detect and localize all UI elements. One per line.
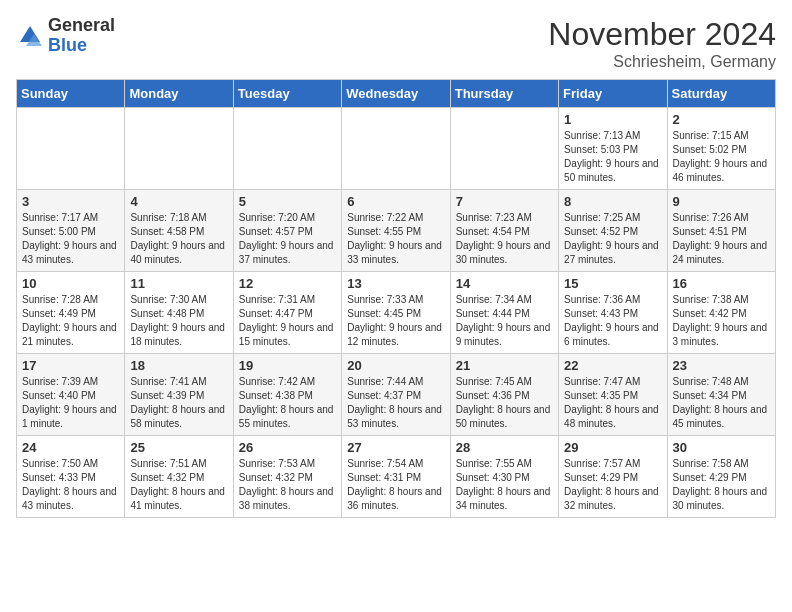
day-number: 3 bbox=[22, 194, 119, 209]
day-info: Sunrise: 7:28 AM Sunset: 4:49 PM Dayligh… bbox=[22, 293, 119, 349]
day-number: 6 bbox=[347, 194, 444, 209]
calendar-cell: 29Sunrise: 7:57 AM Sunset: 4:29 PM Dayli… bbox=[559, 436, 667, 518]
day-info: Sunrise: 7:45 AM Sunset: 4:36 PM Dayligh… bbox=[456, 375, 553, 431]
calendar-cell: 8Sunrise: 7:25 AM Sunset: 4:52 PM Daylig… bbox=[559, 190, 667, 272]
day-info: Sunrise: 7:58 AM Sunset: 4:29 PM Dayligh… bbox=[673, 457, 770, 513]
calendar-cell: 18Sunrise: 7:41 AM Sunset: 4:39 PM Dayli… bbox=[125, 354, 233, 436]
day-info: Sunrise: 7:25 AM Sunset: 4:52 PM Dayligh… bbox=[564, 211, 661, 267]
day-number: 11 bbox=[130, 276, 227, 291]
day-number: 23 bbox=[673, 358, 770, 373]
day-number: 17 bbox=[22, 358, 119, 373]
day-number: 4 bbox=[130, 194, 227, 209]
calendar-week-4: 17Sunrise: 7:39 AM Sunset: 4:40 PM Dayli… bbox=[17, 354, 776, 436]
page-header: General Blue November 2024 Schriesheim, … bbox=[16, 16, 776, 71]
calendar-cell: 12Sunrise: 7:31 AM Sunset: 4:47 PM Dayli… bbox=[233, 272, 341, 354]
day-number: 20 bbox=[347, 358, 444, 373]
calendar-cell: 11Sunrise: 7:30 AM Sunset: 4:48 PM Dayli… bbox=[125, 272, 233, 354]
day-number: 27 bbox=[347, 440, 444, 455]
logo: General Blue bbox=[16, 16, 115, 56]
calendar-cell: 13Sunrise: 7:33 AM Sunset: 4:45 PM Dayli… bbox=[342, 272, 450, 354]
calendar-week-1: 1Sunrise: 7:13 AM Sunset: 5:03 PM Daylig… bbox=[17, 108, 776, 190]
day-info: Sunrise: 7:26 AM Sunset: 4:51 PM Dayligh… bbox=[673, 211, 770, 267]
calendar-cell: 7Sunrise: 7:23 AM Sunset: 4:54 PM Daylig… bbox=[450, 190, 558, 272]
weekday-header-thursday: Thursday bbox=[450, 80, 558, 108]
day-info: Sunrise: 7:51 AM Sunset: 4:32 PM Dayligh… bbox=[130, 457, 227, 513]
day-number: 15 bbox=[564, 276, 661, 291]
calendar-cell: 1Sunrise: 7:13 AM Sunset: 5:03 PM Daylig… bbox=[559, 108, 667, 190]
calendar-cell: 30Sunrise: 7:58 AM Sunset: 4:29 PM Dayli… bbox=[667, 436, 775, 518]
calendar-cell: 16Sunrise: 7:38 AM Sunset: 4:42 PM Dayli… bbox=[667, 272, 775, 354]
calendar-cell: 15Sunrise: 7:36 AM Sunset: 4:43 PM Dayli… bbox=[559, 272, 667, 354]
day-info: Sunrise: 7:50 AM Sunset: 4:33 PM Dayligh… bbox=[22, 457, 119, 513]
calendar-cell bbox=[450, 108, 558, 190]
calendar-cell: 17Sunrise: 7:39 AM Sunset: 4:40 PM Dayli… bbox=[17, 354, 125, 436]
calendar-table: SundayMondayTuesdayWednesdayThursdayFrid… bbox=[16, 79, 776, 518]
day-number: 30 bbox=[673, 440, 770, 455]
weekday-header-wednesday: Wednesday bbox=[342, 80, 450, 108]
day-info: Sunrise: 7:33 AM Sunset: 4:45 PM Dayligh… bbox=[347, 293, 444, 349]
logo-general: General bbox=[48, 16, 115, 36]
day-number: 7 bbox=[456, 194, 553, 209]
calendar-cell: 20Sunrise: 7:44 AM Sunset: 4:37 PM Dayli… bbox=[342, 354, 450, 436]
logo-text: General Blue bbox=[48, 16, 115, 56]
day-info: Sunrise: 7:18 AM Sunset: 4:58 PM Dayligh… bbox=[130, 211, 227, 267]
calendar-cell: 26Sunrise: 7:53 AM Sunset: 4:32 PM Dayli… bbox=[233, 436, 341, 518]
day-number: 26 bbox=[239, 440, 336, 455]
calendar-cell bbox=[17, 108, 125, 190]
day-info: Sunrise: 7:44 AM Sunset: 4:37 PM Dayligh… bbox=[347, 375, 444, 431]
day-number: 10 bbox=[22, 276, 119, 291]
day-info: Sunrise: 7:30 AM Sunset: 4:48 PM Dayligh… bbox=[130, 293, 227, 349]
day-number: 19 bbox=[239, 358, 336, 373]
calendar-cell: 27Sunrise: 7:54 AM Sunset: 4:31 PM Dayli… bbox=[342, 436, 450, 518]
day-info: Sunrise: 7:53 AM Sunset: 4:32 PM Dayligh… bbox=[239, 457, 336, 513]
weekday-header-monday: Monday bbox=[125, 80, 233, 108]
day-info: Sunrise: 7:39 AM Sunset: 4:40 PM Dayligh… bbox=[22, 375, 119, 431]
day-number: 12 bbox=[239, 276, 336, 291]
day-info: Sunrise: 7:55 AM Sunset: 4:30 PM Dayligh… bbox=[456, 457, 553, 513]
day-info: Sunrise: 7:17 AM Sunset: 5:00 PM Dayligh… bbox=[22, 211, 119, 267]
day-info: Sunrise: 7:31 AM Sunset: 4:47 PM Dayligh… bbox=[239, 293, 336, 349]
day-number: 14 bbox=[456, 276, 553, 291]
day-info: Sunrise: 7:15 AM Sunset: 5:02 PM Dayligh… bbox=[673, 129, 770, 185]
calendar-cell: 10Sunrise: 7:28 AM Sunset: 4:49 PM Dayli… bbox=[17, 272, 125, 354]
day-info: Sunrise: 7:38 AM Sunset: 4:42 PM Dayligh… bbox=[673, 293, 770, 349]
weekday-header-friday: Friday bbox=[559, 80, 667, 108]
day-number: 9 bbox=[673, 194, 770, 209]
day-info: Sunrise: 7:23 AM Sunset: 4:54 PM Dayligh… bbox=[456, 211, 553, 267]
calendar-cell bbox=[125, 108, 233, 190]
weekday-header-sunday: Sunday bbox=[17, 80, 125, 108]
day-info: Sunrise: 7:34 AM Sunset: 4:44 PM Dayligh… bbox=[456, 293, 553, 349]
day-info: Sunrise: 7:57 AM Sunset: 4:29 PM Dayligh… bbox=[564, 457, 661, 513]
calendar-cell bbox=[233, 108, 341, 190]
calendar-cell: 23Sunrise: 7:48 AM Sunset: 4:34 PM Dayli… bbox=[667, 354, 775, 436]
calendar-cell: 25Sunrise: 7:51 AM Sunset: 4:32 PM Dayli… bbox=[125, 436, 233, 518]
day-number: 5 bbox=[239, 194, 336, 209]
calendar-cell: 9Sunrise: 7:26 AM Sunset: 4:51 PM Daylig… bbox=[667, 190, 775, 272]
weekday-header-saturday: Saturday bbox=[667, 80, 775, 108]
day-number: 28 bbox=[456, 440, 553, 455]
day-info: Sunrise: 7:22 AM Sunset: 4:55 PM Dayligh… bbox=[347, 211, 444, 267]
month-title: November 2024 bbox=[548, 16, 776, 53]
logo-icon bbox=[16, 22, 44, 50]
logo-blue: Blue bbox=[48, 36, 115, 56]
day-info: Sunrise: 7:42 AM Sunset: 4:38 PM Dayligh… bbox=[239, 375, 336, 431]
calendar-cell: 2Sunrise: 7:15 AM Sunset: 5:02 PM Daylig… bbox=[667, 108, 775, 190]
day-info: Sunrise: 7:20 AM Sunset: 4:57 PM Dayligh… bbox=[239, 211, 336, 267]
calendar-cell: 5Sunrise: 7:20 AM Sunset: 4:57 PM Daylig… bbox=[233, 190, 341, 272]
title-section: November 2024 Schriesheim, Germany bbox=[548, 16, 776, 71]
day-number: 21 bbox=[456, 358, 553, 373]
day-info: Sunrise: 7:13 AM Sunset: 5:03 PM Dayligh… bbox=[564, 129, 661, 185]
calendar-cell: 6Sunrise: 7:22 AM Sunset: 4:55 PM Daylig… bbox=[342, 190, 450, 272]
day-number: 25 bbox=[130, 440, 227, 455]
day-number: 29 bbox=[564, 440, 661, 455]
calendar-cell: 4Sunrise: 7:18 AM Sunset: 4:58 PM Daylig… bbox=[125, 190, 233, 272]
day-info: Sunrise: 7:36 AM Sunset: 4:43 PM Dayligh… bbox=[564, 293, 661, 349]
calendar-cell: 28Sunrise: 7:55 AM Sunset: 4:30 PM Dayli… bbox=[450, 436, 558, 518]
day-number: 1 bbox=[564, 112, 661, 127]
calendar-cell: 19Sunrise: 7:42 AM Sunset: 4:38 PM Dayli… bbox=[233, 354, 341, 436]
calendar-cell: 24Sunrise: 7:50 AM Sunset: 4:33 PM Dayli… bbox=[17, 436, 125, 518]
calendar-cell: 22Sunrise: 7:47 AM Sunset: 4:35 PM Dayli… bbox=[559, 354, 667, 436]
location-title: Schriesheim, Germany bbox=[548, 53, 776, 71]
calendar-body: 1Sunrise: 7:13 AM Sunset: 5:03 PM Daylig… bbox=[17, 108, 776, 518]
calendar-cell: 21Sunrise: 7:45 AM Sunset: 4:36 PM Dayli… bbox=[450, 354, 558, 436]
